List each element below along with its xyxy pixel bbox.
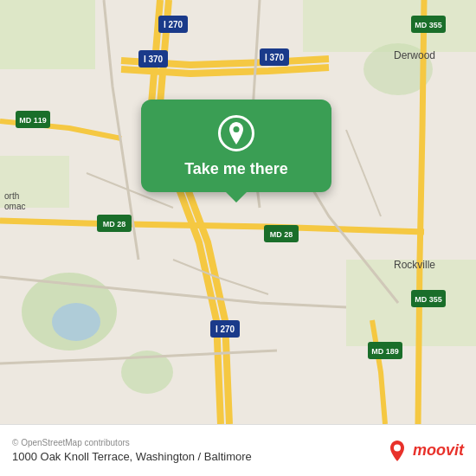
moovit-text: moovit (413, 441, 464, 460)
svg-text:MD 189: MD 189 (371, 347, 399, 356)
bottom-bar: © OpenStreetMap contributors 1000 Oak Kn… (0, 424, 476, 476)
svg-text:I 370: I 370 (265, 53, 285, 62)
svg-text:MD 355: MD 355 (415, 21, 442, 29)
svg-text:Rockville: Rockville (394, 259, 435, 271)
svg-text:MD 119: MD 119 (19, 116, 47, 125)
map-container: I 270 I 270 MD 355 MD 355 I 370 I 370 MD… (0, 0, 476, 424)
svg-text:I 270: I 270 (164, 20, 183, 29)
svg-text:I 370: I 370 (144, 55, 164, 64)
take-me-there-button[interactable]: Take me there (141, 100, 331, 192)
moovit-logo: moovit (385, 439, 464, 463)
take-me-there-label: Take me there (184, 160, 288, 178)
svg-rect-2 (0, 0, 95, 69)
svg-text:MD 28: MD 28 (270, 230, 293, 239)
svg-text:I 270: I 270 (215, 325, 235, 334)
svg-text:MD 355: MD 355 (415, 295, 442, 304)
svg-point-8 (52, 303, 100, 341)
svg-text:orth: orth (4, 191, 19, 201)
copyright-text: © OpenStreetMap contributors (12, 438, 252, 447)
svg-text:Derwood: Derwood (394, 49, 435, 61)
svg-text:MD 28: MD 28 (103, 220, 126, 228)
bottom-left: © OpenStreetMap contributors 1000 Oak Kn… (12, 438, 252, 463)
svg-text:omac: omac (4, 202, 25, 211)
location-icon (218, 115, 254, 151)
address-text: 1000 Oak Knoll Terrace, Washington / Bal… (12, 450, 252, 463)
svg-point-34 (394, 444, 401, 451)
moovit-pin-icon (385, 439, 409, 463)
svg-point-33 (234, 126, 240, 132)
